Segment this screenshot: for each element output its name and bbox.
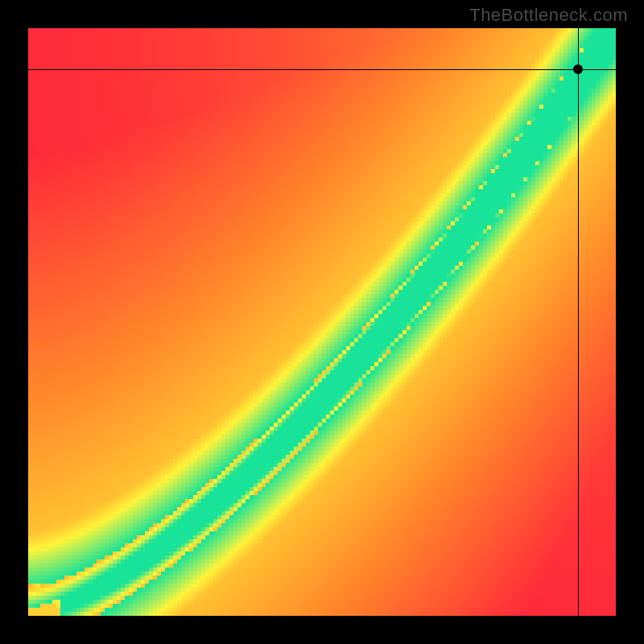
heatmap-plot <box>28 28 616 616</box>
heatmap-canvas <box>28 28 616 616</box>
chart-frame: TheBottleneck.com <box>0 0 644 644</box>
watermark-text: TheBottleneck.com <box>469 5 628 26</box>
crosshair-vertical <box>578 28 579 616</box>
crosshair-horizontal <box>28 69 616 70</box>
crosshair-marker <box>573 64 583 74</box>
